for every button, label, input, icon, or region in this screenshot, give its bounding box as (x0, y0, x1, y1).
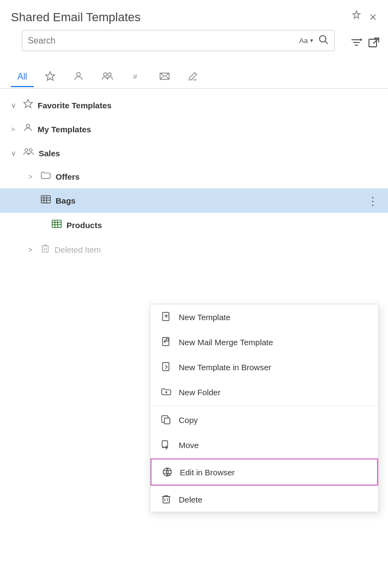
menu-item-new-template-browser[interactable]: New Template in Browser (150, 354, 378, 379)
aa-label: Aa (299, 36, 308, 45)
svg-rect-24 (52, 220, 62, 227)
expander-favorite: ∨ (11, 101, 20, 109)
offers-label: Offers (56, 172, 80, 181)
tree-item-deleted[interactable]: > Deleted Item (0, 237, 388, 262)
svg-rect-42 (165, 418, 170, 424)
tree-item-sales[interactable]: ∨ Sales (0, 141, 388, 165)
new-folder-icon (160, 387, 172, 397)
menu-item-new-template[interactable]: New Template (150, 304, 378, 329)
tree-item-products[interactable]: > Products (0, 213, 388, 237)
favorite-templates-label: Favorite Templates (38, 101, 112, 110)
new-template-browser-icon (160, 362, 172, 372)
folder-icon (40, 170, 51, 183)
main-panel: Shared Email Templates ✕ Aa ▾ (0, 0, 388, 264)
expander-offers: > (28, 173, 37, 181)
svg-rect-29 (43, 246, 48, 253)
svg-point-16 (26, 124, 29, 127)
deleted-item-label: Deleted Item (54, 245, 101, 254)
menu-divider-1 (150, 406, 378, 406)
tree-item-my-templates[interactable]: > My Templates (0, 117, 388, 141)
expander-deleted: > (28, 246, 37, 254)
tree-item-offers[interactable]: > Offers (0, 165, 388, 188)
bags-kebab-button[interactable]: ⋮ (364, 193, 381, 209)
sales-label: Sales (39, 149, 60, 158)
svg-rect-5 (369, 39, 377, 47)
expander-my: > (11, 125, 20, 133)
menu-item-move[interactable]: Move (150, 432, 378, 457)
menu-label-new-template: New Template (179, 313, 231, 322)
menu-item-new-folder[interactable]: New Folder (150, 379, 378, 405)
expander-sales: ∨ (11, 149, 20, 157)
pin-icon[interactable] (350, 10, 362, 24)
aa-chevron: ▾ (310, 37, 313, 44)
svg-rect-38 (166, 339, 168, 341)
svg-point-9 (104, 73, 107, 76)
star-icon (23, 99, 33, 112)
svg-point-0 (319, 35, 326, 42)
search-input[interactable] (28, 36, 295, 46)
tab-favorites[interactable] (38, 66, 62, 88)
trash-icon (40, 243, 50, 256)
svg-marker-15 (24, 100, 33, 108)
globe-edit-icon (161, 467, 173, 477)
tree-item-favorite-templates[interactable]: ∨ Favorite Templates (0, 93, 388, 117)
menu-item-delete[interactable]: Delete (150, 487, 378, 512)
svg-rect-32 (162, 313, 169, 321)
table-icon (40, 194, 51, 207)
tab-tags[interactable]: # (124, 66, 148, 88)
search-aa-toggle[interactable]: Aa ▾ (299, 36, 313, 45)
svg-rect-48 (163, 497, 169, 503)
people-icon (23, 146, 34, 160)
svg-point-17 (25, 149, 28, 151)
menu-label-copy: Copy (179, 415, 198, 425)
svg-rect-39 (162, 363, 169, 371)
header: Shared Email Templates ✕ (0, 0, 388, 30)
tab-all[interactable]: All (11, 68, 34, 87)
svg-rect-43 (162, 441, 168, 448)
header-icons: ✕ (350, 10, 377, 24)
table-green-icon (51, 218, 62, 232)
svg-point-8 (76, 72, 80, 76)
new-template-icon (160, 311, 172, 322)
svg-marker-7 (45, 72, 54, 81)
person-icon (23, 122, 33, 136)
close-icon[interactable]: ✕ (369, 11, 377, 23)
tree: ∨ Favorite Templates > My Templates ∨ Sa… (0, 91, 388, 264)
panel-title: Shared Email Templates (11, 10, 141, 24)
tab-personal[interactable] (66, 66, 90, 88)
menu-label-new-mail-merge: New Mail Merge Template (179, 338, 273, 347)
svg-point-10 (108, 73, 111, 76)
svg-line-1 (325, 41, 328, 44)
menu-item-new-mail-merge[interactable]: New Mail Merge Template (150, 329, 378, 354)
tab-all-label: All (17, 72, 27, 81)
move-icon (160, 439, 172, 450)
bags-label: Bags (56, 196, 76, 205)
svg-rect-19 (41, 195, 51, 203)
menu-item-edit-in-browser[interactable]: Edit in Browser (150, 458, 378, 486)
trash-menu-icon (160, 494, 172, 505)
new-mail-merge-icon (160, 336, 172, 347)
products-label: Products (66, 220, 102, 230)
tree-item-bags[interactable]: > Bags ⋮ (0, 188, 388, 213)
my-templates-label: My Templates (38, 125, 91, 134)
menu-label-new-folder: New Folder (179, 388, 221, 397)
menu-label-delete: Delete (179, 495, 202, 504)
tabs-bar: All # (0, 66, 388, 89)
search-bar: Aa ▾ (22, 30, 335, 51)
tab-shared[interactable] (95, 66, 120, 88)
menu-item-copy[interactable]: Copy (150, 407, 378, 432)
tab-mail[interactable] (153, 66, 177, 88)
menu-label-move: Move (179, 440, 199, 450)
svg-text:#: # (133, 72, 137, 81)
copy-icon (160, 414, 172, 425)
menu-label-edit-in-browser: Edit in Browser (180, 468, 235, 477)
tab-edit[interactable] (181, 66, 205, 88)
context-menu: New Template New Mail Merge Template New… (150, 304, 379, 512)
open-external-icon[interactable] (367, 36, 380, 52)
menu-label-new-template-browser: New Template in Browser (179, 363, 271, 372)
filter-list-icon[interactable] (350, 36, 363, 52)
search-icon[interactable] (318, 34, 329, 47)
svg-point-18 (29, 149, 32, 151)
